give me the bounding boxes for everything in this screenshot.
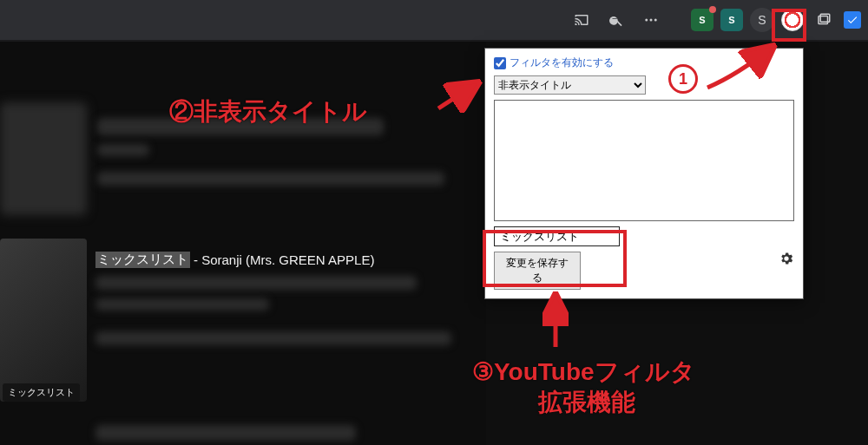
browser-top-bar: S S S: [0, 0, 868, 42]
video-title-rest: - Soranji (Mrs. GREEN APPLE): [194, 252, 374, 267]
filter-list-textarea[interactable]: [494, 100, 794, 221]
checkbox-blue-icon[interactable]: [844, 11, 861, 29]
filter-type-select[interactable]: 非表示タイトル: [494, 75, 646, 95]
annotation-text-3-line2: 拡張機能: [538, 386, 635, 419]
more-icon[interactable]: [637, 6, 665, 34]
profile-letter: S: [758, 13, 766, 27]
annotation-box-extension-icon: [772, 9, 806, 42]
video-thumbnail[interactable]: [0, 239, 87, 402]
annotation-text-3-line1: ③YouTubeフィルタ: [472, 356, 695, 389]
extension-badge-1[interactable]: S: [691, 9, 713, 31]
settings-gear-icon[interactable]: [779, 251, 794, 269]
annotation-arrow-3: [542, 291, 569, 351]
annotation-arrow-2: [434, 78, 486, 113]
svg-point-0: [645, 19, 648, 22]
cast-icon[interactable]: [568, 6, 595, 34]
extension-badge-2[interactable]: S: [720, 9, 743, 31]
annotation-box-save: [483, 230, 627, 287]
annotation-circle-1: 1: [668, 64, 698, 94]
video-title-row[interactable]: ミックスリスト - Soranji (Mrs. GREEN APPLE): [95, 252, 374, 268]
mixlist-highlight: ミックスリスト: [95, 252, 190, 268]
mixlist-tag: ミックスリスト: [3, 383, 80, 402]
enable-filter-label: フィルタを有効にする: [510, 56, 614, 70]
tab-overview-icon[interactable]: [811, 7, 837, 33]
annotation-number-1: 1: [679, 70, 687, 88]
enable-filter-checkbox[interactable]: [494, 57, 506, 69]
annotation-arrow-1: [703, 40, 781, 92]
svg-point-1: [650, 19, 653, 22]
annotation-text-2: ②非表示タイトル: [169, 95, 367, 128]
profile-avatar[interactable]: S: [750, 8, 774, 32]
svg-point-2: [654, 19, 657, 22]
zoom-out-icon[interactable]: [602, 6, 630, 34]
badge-1-letter: S: [699, 15, 705, 25]
badge-2-letter: S: [728, 15, 734, 25]
